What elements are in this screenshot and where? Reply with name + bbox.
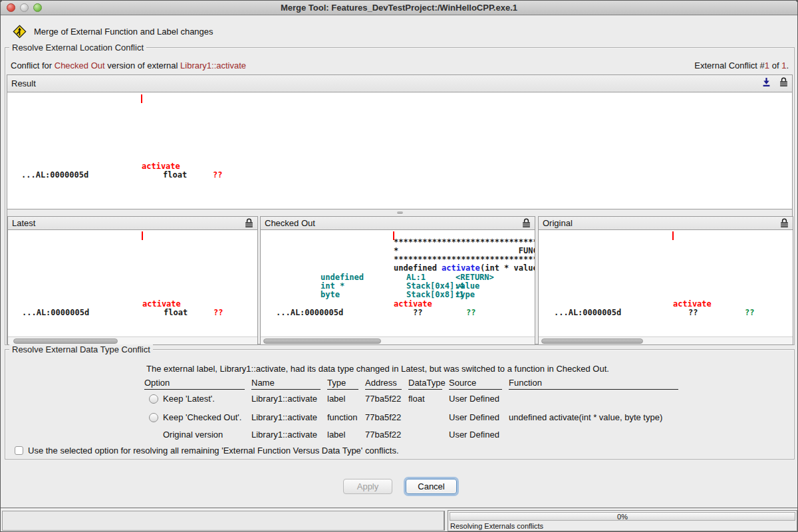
name-cell: Library1::activate [251, 394, 327, 404]
option-label[interactable]: Keep 'Latest'. [163, 394, 215, 404]
conflict-symbol: Library1::activate [180, 61, 246, 70]
option-label[interactable]: Keep 'Checked Out'. [163, 412, 241, 422]
latest-horizontal-scrollbar[interactable] [8, 336, 257, 344]
task-progress-area: 0% Resolving Externals conflicts [448, 510, 797, 531]
original-panel: Original activate...AL:0000005d???? [538, 216, 793, 345]
checked-out-panel: Checked Out ****************************… [260, 216, 535, 345]
task-label: Resolving Externals conflicts [450, 522, 543, 530]
group2-title: Resolve External Data Type Conflict [9, 344, 153, 354]
merge-tool-window: Merge Tool: Features_DevTestProject:/Win… [0, 0, 798, 532]
data-type-conflict-description: The external label, Library1::activate, … [146, 364, 609, 374]
use-for-all-checkbox[interactable] [15, 446, 23, 455]
checked-out-horizontal-scrollbar[interactable] [261, 336, 535, 344]
conflict-description-line: Conflict for Checked Out version of exte… [11, 61, 789, 70]
lock-icon[interactable] [522, 218, 531, 228]
apply-button[interactable]: Apply [343, 479, 392, 494]
lock-icon[interactable] [780, 218, 789, 228]
latest-panel: Latest activate...AL:0000005dfloat?? [7, 216, 258, 345]
lock-icon[interactable] [779, 77, 788, 87]
table-row-keep-checked-out: Keep 'Checked Out'. Library1::activate f… [144, 412, 678, 422]
merge-listing-container: Result activ [7, 74, 793, 344]
resolve-external-data-type-conflict-group: Resolve External Data Type Conflict The … [5, 349, 795, 460]
checked-out-panel-header: Checked Out [261, 217, 535, 230]
merge-phase-title: Merge of External Function and Label cha… [34, 27, 213, 37]
original-panel-title: Original [543, 218, 573, 228]
column-name: Name [251, 378, 321, 390]
use-for-all-row: Use the selected option for resolving al… [15, 446, 399, 456]
name-cell: Library1::activate [251, 430, 327, 440]
address-cell: 77ba5f22 [365, 430, 408, 440]
table-row-keep-latest: Keep 'Latest'. Library1::activate label … [144, 394, 678, 404]
cancel-button[interactable]: Cancel [406, 479, 457, 494]
lock-icon[interactable] [245, 218, 253, 228]
merge-phase-header: Merge of External Function and Label cha… [13, 25, 213, 39]
conflict-table-header: Option Name Type Address DataType Source… [144, 378, 678, 390]
latest-panel-header: Latest [8, 217, 257, 230]
function-cell: undefined activate(int * value, byte typ… [509, 412, 678, 422]
splitter-grip-icon[interactable] [397, 211, 403, 214]
latest-listing[interactable]: activate...AL:0000005dfloat?? [8, 230, 257, 336]
external-conflict-counter: External Conflict #1 of 1. [694, 61, 789, 70]
status-message-area [2, 511, 445, 531]
column-option: Option [144, 378, 245, 390]
statusbar-divider [1, 507, 797, 509]
conflict-middle: version of external [105, 61, 180, 70]
keep-latest-radio[interactable] [149, 394, 158, 404]
address-cell: 77ba5f22 [365, 412, 408, 422]
progress-percent: 0% [617, 513, 628, 521]
horizontal-splitter[interactable] [7, 209, 792, 216]
progress-bar: 0% [450, 512, 795, 521]
result-listing[interactable]: activate...AL:0000005dfloat?? [7, 92, 792, 209]
column-address: Address [365, 378, 402, 390]
resolve-external-location-conflict-group: Resolve External Location Conflict Confl… [5, 47, 795, 345]
result-panel-title: Result [11, 78, 36, 88]
option-label: Original version [163, 430, 223, 440]
checked-out-panel-title: Checked Out [265, 218, 315, 228]
column-function: Function [509, 378, 678, 390]
use-for-all-label: Use the selected option for resolving al… [28, 446, 399, 456]
group1-title: Resolve External Location Conflict [9, 43, 146, 53]
original-listing[interactable]: activate...AL:0000005d???? [539, 230, 793, 336]
address-cell: 77ba5f22 [365, 394, 408, 404]
source-cell: User Defined [449, 394, 509, 404]
keep-checked-out-radio[interactable] [149, 413, 158, 422]
name-cell: Library1::activate [251, 412, 327, 422]
window-title: Merge Tool: Features_DevTestProject:/Win… [1, 3, 797, 13]
source-cell: User Defined [449, 412, 509, 422]
type-cell: label [327, 430, 365, 440]
conflict-prefix: Conflict for [11, 61, 55, 70]
go-to-location-icon[interactable] [762, 77, 771, 87]
source-cell: User Defined [449, 430, 509, 440]
titlebar: Merge Tool: Features_DevTestProject:/Win… [1, 1, 797, 15]
datatype-cell: float [408, 394, 449, 404]
original-horizontal-scrollbar[interactable] [539, 336, 793, 344]
column-datatype: DataType [408, 378, 442, 390]
original-panel-header: Original [539, 217, 793, 230]
column-type: Type [327, 378, 358, 390]
result-panel-header: Result [7, 75, 792, 92]
latest-panel-title: Latest [12, 218, 35, 228]
column-source: Source [449, 378, 502, 390]
table-row-original-version: Original version Library1::activate labe… [144, 430, 678, 440]
conflict-version: Checked Out [55, 61, 105, 70]
type-cell: label [327, 394, 365, 404]
merge-road-sign-icon [13, 25, 27, 39]
checked-out-listing[interactable]: ****************************************… [261, 230, 535, 336]
type-cell: function [327, 412, 365, 422]
